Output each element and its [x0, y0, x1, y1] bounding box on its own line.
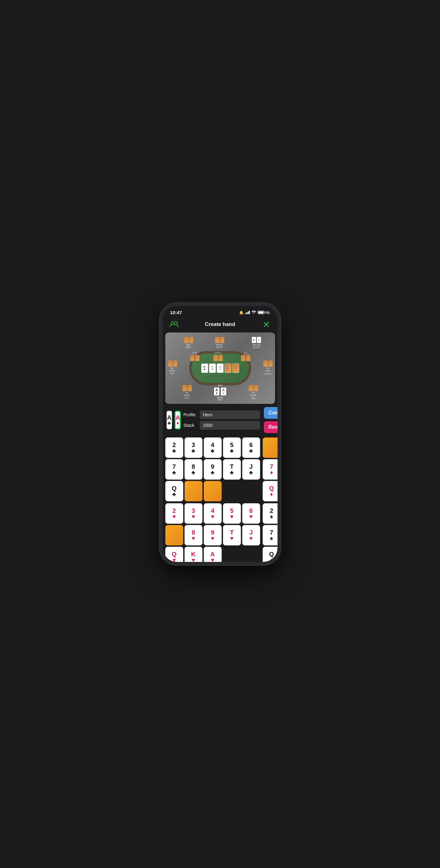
card-5c[interactable]: 5♣ [223, 437, 241, 458]
spades-row-3: Q♠ K♠ A♠ [263, 547, 277, 562]
card-2c[interactable]: 2♣ [165, 437, 183, 458]
diamonds-block: 3♦ 4♦ 5♦ 6♦ 7♦ 8♦ 9♦ J♦ Q♦ [263, 437, 277, 503]
seat-bb[interactable]: BB$2000TAG [168, 361, 177, 375]
card-ac-used [204, 481, 222, 501]
battery-icon [258, 311, 265, 314]
card-7d[interactable]: 7♦ [263, 459, 277, 479]
spades-row-1: 2♠ 3♠ 4♠ 5♠ 6♠ [263, 503, 277, 524]
card-3h[interactable]: 3♥ [184, 503, 202, 524]
card-qc[interactable]: Q♣ [165, 481, 183, 501]
hearts-row-3: Q♥ K♥ A♥ [165, 547, 260, 562]
card-picker: 2♣ 3♣ 4♣ 5♣ 6♣ 7♣ 8♣ 9♣ T♣ J♣ Q♣ [163, 436, 277, 562]
spades-row-2: 7♠ 8♠ 9♠ T♠ J♠ [263, 525, 277, 546]
card-2d-used [263, 437, 277, 458]
seat-sb[interactable]: SB$1250Fish [182, 385, 192, 400]
card-kc-used [184, 481, 202, 501]
card-9c[interactable]: 9♣ [204, 459, 222, 479]
stack-label: Stack [183, 423, 197, 428]
card-qs[interactable]: Q♠ [263, 547, 277, 562]
card-qh[interactable]: Q♥ [165, 547, 183, 562]
page-title: Create hand [205, 321, 235, 328]
selected-card-2[interactable]: A ♦ [175, 411, 181, 429]
card-3c[interactable]: 3♣ [184, 437, 202, 458]
community-card-4[interactable] [225, 364, 231, 373]
seat-utg1[interactable]: UTG+1 [213, 351, 223, 361]
card-kh[interactable]: K♥ [184, 547, 202, 562]
clubs-diamonds-section: 2♣ 3♣ 4♣ 5♣ 6♣ 7♣ 8♣ 9♣ T♣ J♣ Q♣ [165, 437, 275, 503]
hearts-row-2: 8♥ 9♥ T♥ J♥ [165, 525, 260, 546]
card-6c[interactable]: 6♣ [242, 437, 260, 458]
status-time: 10:47 [170, 310, 182, 315]
card-8h[interactable]: 8♥ [184, 525, 202, 546]
clubs-block: 2♣ 3♣ 4♣ 5♣ 6♣ 7♣ 8♣ 9♣ T♣ J♣ Q♣ [165, 437, 260, 503]
seat-omc[interactable]: OMC$800 [184, 337, 193, 349]
seat-hero[interactable]: BTN A ♣ A ♦ $1500Hero [214, 384, 227, 401]
wifi-icon [251, 310, 256, 315]
card-8c[interactable]: 8♣ [184, 459, 202, 479]
signal-icon [245, 311, 250, 314]
bell-icon: 🔔 [239, 310, 244, 315]
card-editor-area: A ♣ A ♦ Profile Stack Confirm Remove [163, 404, 277, 436]
clubs-row-1: 2♣ 3♣ 4♣ 5♣ 6♣ [165, 437, 260, 458]
card-5h[interactable]: 5♥ [223, 503, 241, 524]
profile-label: Profile [183, 412, 197, 417]
seat-utg[interactable]: UTG [190, 351, 199, 361]
diamonds-row-1: 3♦ 4♦ 5♦ 6♦ [263, 437, 277, 458]
spades-block: 2♠ 3♠ 4♠ 5♠ 6♠ 7♠ 8♠ 9♠ T♠ J♠ Q♠ [263, 503, 277, 562]
seat-hj[interactable]: HJ$700Loose p [263, 361, 273, 375]
svg-point-0 [253, 313, 254, 314]
stack-row: Stack [183, 421, 260, 430]
app-header: Create hand [163, 317, 277, 333]
confirm-button[interactable]: Confirm [264, 407, 277, 419]
poker-table: K♣ 7♥ 2♦ OMC$800 Maniac$3500 [165, 333, 275, 404]
card-4h[interactable]: 4♥ [204, 503, 222, 524]
remove-button[interactable]: Remove [264, 421, 277, 433]
action-buttons: Confirm Remove [264, 407, 277, 433]
card-6h[interactable]: 6♥ [242, 503, 260, 524]
selected-card-1[interactable]: A ♣ [167, 411, 172, 429]
card-2h[interactable]: 2♥ [165, 503, 183, 524]
diamonds-row-3: Q♦ [263, 481, 277, 501]
seat-tight-reg[interactable]: K ♦ Tight reg$1100 [252, 337, 261, 349]
hearts-row-1: 2♥ 3♥ 4♥ 5♥ 6♥ [165, 503, 260, 524]
clubs-row-2: 7♣ 8♣ 9♣ T♣ J♣ [165, 459, 260, 479]
hearts-block: 2♥ 3♥ 4♥ 5♥ 6♥ 8♥ 9♥ T♥ J♥ Q♥ [165, 503, 260, 562]
battery-percent: 91 [266, 311, 270, 314]
card-9h[interactable]: 9♥ [204, 525, 222, 546]
community-card-5[interactable] [232, 364, 239, 373]
player-fields: Profile Stack [183, 410, 260, 430]
users-button[interactable] [169, 319, 179, 330]
seat-maniac[interactable]: Maniac$3500 [215, 337, 224, 349]
card-7s[interactable]: 7♠ [263, 525, 277, 546]
community-cards: K♣ 7♥ 2♦ [201, 364, 239, 373]
hearts-spades-section: 2♥ 3♥ 4♥ 5♥ 6♥ 8♥ 9♥ T♥ J♥ Q♥ [165, 503, 275, 562]
seat-lj[interactable]: LJ [241, 351, 250, 361]
diamonds-row-2: 7♦ 8♦ 9♦ J♦ [263, 459, 277, 479]
stack-input[interactable] [200, 421, 260, 430]
card-4c[interactable]: 4♣ [204, 437, 222, 458]
seat-co[interactable]: CO$1000Reg [249, 385, 258, 400]
card-jc[interactable]: J♣ [242, 459, 260, 479]
card-2s[interactable]: 2♠ [263, 503, 277, 524]
community-card-1[interactable]: K♣ [201, 364, 208, 373]
profile-row: Profile [183, 410, 260, 419]
card-7h-used [165, 525, 183, 546]
card-7c[interactable]: 7♣ [165, 459, 183, 479]
card-tc[interactable]: T♣ [223, 459, 241, 479]
clubs-row-3: Q♣ [165, 481, 260, 501]
card-ah[interactable]: A♥ [204, 547, 222, 562]
profile-input[interactable] [200, 410, 260, 419]
card-qd[interactable]: Q♦ [263, 481, 277, 501]
close-button[interactable] [261, 319, 271, 330]
community-card-3[interactable]: 2♦ [217, 364, 224, 373]
community-card-2[interactable]: 7♥ [209, 364, 216, 373]
card-th[interactable]: T♥ [223, 525, 241, 546]
card-jh[interactable]: J♥ [242, 525, 260, 546]
status-icons: 🔔 91 [239, 310, 270, 315]
